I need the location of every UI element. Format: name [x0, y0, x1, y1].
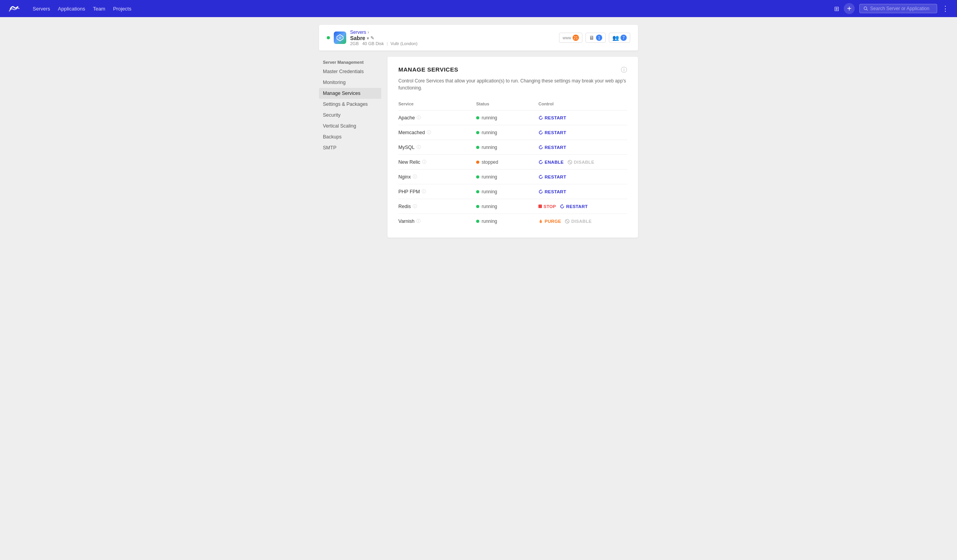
server-status-dot [327, 36, 330, 39]
enable-icon [538, 160, 543, 164]
sidebar-item-security[interactable]: Security [319, 110, 381, 121]
sidebar-item-backups[interactable]: Backups [319, 131, 381, 142]
table-row: Varnish ⓘ running PURGEDISABLE [398, 214, 627, 229]
service-info-icon[interactable]: ⓘ [422, 159, 426, 165]
add-button[interactable]: + [844, 3, 855, 14]
chevron-down-icon[interactable]: ▾ [367, 36, 369, 40]
col-status: Status [476, 99, 538, 110]
users-badge[interactable]: 👥 7 [609, 33, 630, 43]
restart-icon [538, 145, 543, 150]
search-bar[interactable] [859, 4, 937, 13]
status-cell: running [476, 204, 538, 209]
restart-button[interactable]: RESTART [538, 145, 566, 150]
service-name: Nginx ⓘ [398, 174, 476, 180]
grid-icon[interactable]: ⊞ [834, 5, 839, 12]
sidebar-item-manage-services[interactable]: Manage Services [319, 88, 381, 99]
restart-button[interactable]: RESTART [538, 116, 566, 120]
help-icon[interactable]: ⓘ [621, 66, 627, 74]
control-cell: RESTART [538, 130, 627, 135]
service-name: Memcached ⓘ [398, 130, 476, 135]
main-layout: Server Management Master Credentials Mon… [319, 57, 638, 238]
status-text: running [482, 130, 497, 135]
service-info-icon[interactable]: ⓘ [413, 203, 417, 209]
server-header: Servers › Sabre ▾ ✎ 2GB 40 GB Disk | Vul… [319, 25, 638, 51]
control-cell: RESTART [538, 145, 627, 150]
status-dot [476, 175, 479, 178]
status-dot [476, 220, 479, 223]
sidebar-section-title: Server Management [319, 57, 381, 66]
table-row: MySQL ⓘ running RESTART [398, 140, 627, 155]
svg-line-6 [566, 220, 569, 222]
sidebar-item-vertical-scaling[interactable]: Vertical Scaling [319, 121, 381, 131]
status-cell: running [476, 189, 538, 194]
sidebar-item-master-credentials[interactable]: Master Credentials [319, 66, 381, 77]
server-meta: 2GB 40 GB Disk | Vultr (London) [350, 41, 417, 46]
restart-button[interactable]: RESTART [538, 175, 566, 179]
stop-button[interactable]: STOP [538, 204, 556, 209]
logo[interactable] [8, 2, 20, 15]
nav-right: ⊞ + ⋮ [834, 3, 949, 14]
service-info-icon[interactable]: ⓘ [422, 189, 426, 194]
status-text: running [482, 145, 497, 150]
service-info-icon[interactable]: ⓘ [417, 115, 421, 121]
restart-icon [538, 189, 543, 194]
status-text: stopped [482, 159, 498, 165]
sidebar-item-monitoring[interactable]: Monitoring [319, 77, 381, 88]
restart-button[interactable]: RESTART [538, 189, 566, 194]
services-table: Service Status Control Apache ⓘ running … [398, 99, 627, 228]
nav-servers[interactable]: Servers [33, 6, 50, 12]
www-badge[interactable]: www 21 [559, 33, 582, 43]
disable-button[interactable]: DISABLE [565, 219, 592, 224]
sidebar: Server Management Master Credentials Mon… [319, 57, 381, 153]
edit-server-icon[interactable]: ✎ [370, 35, 374, 41]
server-actions: www 21 🖥 1 👥 7 [559, 33, 630, 43]
card-description: Control Core Services that allow your ap… [398, 77, 627, 91]
status-dot [476, 190, 479, 193]
server-name: Sabre ▾ ✎ [350, 35, 417, 41]
status-dot [476, 146, 479, 149]
service-info-icon[interactable]: ⓘ [427, 130, 431, 135]
sidebar-item-settings-packages[interactable]: Settings & Packages [319, 99, 381, 110]
sidebar-item-smtp[interactable]: SMTP [319, 142, 381, 153]
service-info-icon[interactable]: ⓘ [413, 174, 417, 180]
enable-button[interactable]: ENABLE [538, 160, 564, 164]
status-dot [476, 205, 479, 208]
restart-button[interactable]: RESTART [560, 204, 588, 209]
search-input[interactable] [870, 6, 933, 11]
more-options-button[interactable]: ⋮ [942, 4, 949, 13]
table-row: Apache ⓘ running RESTART [398, 110, 627, 125]
status-text: running [482, 219, 497, 224]
restart-icon [538, 175, 543, 179]
card-header: MANAGE SERVICES ⓘ [398, 66, 627, 74]
restart-icon [538, 130, 543, 135]
status-cell: running [476, 130, 538, 135]
control-cell: RESTART [538, 189, 627, 194]
breadcrumb-servers-link[interactable]: Servers [350, 30, 366, 35]
status-text: running [482, 115, 497, 121]
restart-button[interactable]: RESTART [538, 130, 566, 135]
nav-applications[interactable]: Applications [58, 6, 85, 12]
service-info-icon[interactable]: ⓘ [417, 144, 421, 150]
service-name: MySQL ⓘ [398, 144, 476, 150]
purge-button[interactable]: PURGE [538, 219, 561, 224]
server-info: Servers › Sabre ▾ ✎ 2GB 40 GB Disk | Vul… [327, 30, 417, 46]
page-content: Servers › Sabre ▾ ✎ 2GB 40 GB Disk | Vul… [0, 17, 957, 560]
status-text: running [482, 204, 497, 209]
status-text: running [482, 174, 497, 180]
disable-button[interactable]: DISABLE [568, 160, 594, 164]
service-name: Apache ⓘ [398, 115, 476, 121]
status-dot [476, 131, 479, 134]
stop-icon [538, 205, 542, 208]
nav-team[interactable]: Team [93, 6, 105, 12]
control-cell: ENABLEDISABLE [538, 160, 627, 164]
status-cell: running [476, 145, 538, 150]
service-info-icon[interactable]: ⓘ [416, 218, 421, 224]
control-cell: RESTART [538, 116, 627, 120]
col-control: Control [538, 99, 627, 110]
status-dot [476, 161, 479, 164]
nav-projects[interactable]: Projects [113, 6, 131, 12]
table-row: Redis ⓘ running STOPRESTART [398, 199, 627, 214]
service-name: Varnish ⓘ [398, 218, 476, 224]
svg-line-4 [569, 161, 571, 163]
monitor-badge[interactable]: 🖥 1 [585, 33, 606, 43]
